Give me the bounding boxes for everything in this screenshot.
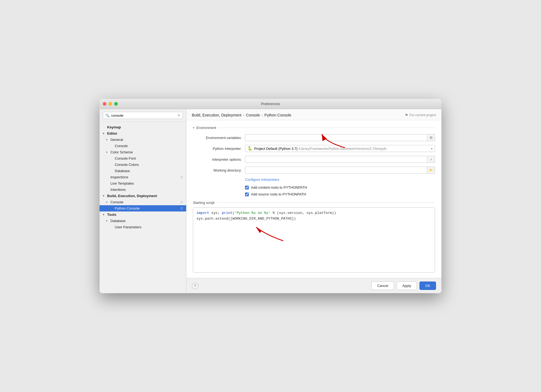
- checkbox-content-roots-label: Add content roots to PYTHONPATH: [251, 185, 307, 189]
- search-input[interactable]: [111, 113, 176, 118]
- script-line-2: sys.path.extend([WORKING_DIR_AND_PYTHON_…: [196, 216, 431, 222]
- cancel-button[interactable]: Cancel: [371, 282, 394, 290]
- interpreter-options-expand-button[interactable]: ⤢: [427, 156, 435, 163]
- no-arrow: [110, 163, 114, 166]
- sidebar-item-console[interactable]: Console: [100, 143, 186, 149]
- starting-script-editor[interactable]: import sys; print('Python %s on %s' % (s…: [193, 207, 435, 273]
- sidebar: 🔍 ✕ Keymap ▾ Editor ▾: [100, 109, 186, 293]
- sidebar-item-color-scheme[interactable]: ▾ Color Scheme: [100, 149, 186, 155]
- sidebar-item-keymap[interactable]: Keymap: [100, 124, 186, 130]
- working-dir-input[interactable]: [245, 167, 427, 174]
- env-vars-label: Environment variables:: [193, 136, 242, 140]
- interpreter-label: Python interpreter:: [193, 147, 242, 151]
- search-bar: 🔍 ✕: [100, 109, 186, 122]
- no-arrow: [106, 176, 109, 179]
- no-arrow: [110, 157, 114, 160]
- search-wrapper: 🔍 ✕: [103, 112, 183, 119]
- help-button[interactable]: ?: [192, 283, 198, 289]
- working-dir-row: Working directory: 📁: [193, 167, 435, 174]
- starting-script-header: Starting script: [193, 201, 435, 205]
- breadcrumb: Build, Execution, Deployment › Console ›…: [192, 113, 291, 117]
- sidebar-item-database-tools[interactable]: ▾ Database: [100, 218, 186, 224]
- sidebar-item-tools[interactable]: ▾ Tools: [100, 211, 186, 218]
- interpreter-control: 🐍 Project Default (Python 3.7) /Library/…: [245, 145, 435, 152]
- no-arrow: [110, 144, 114, 147]
- main-content: 🔍 ✕ Keymap ▾ Editor ▾: [100, 109, 441, 293]
- code-line2: sys.path.extend([WORKING_DIR_AND_PYTHON_…: [196, 217, 296, 221]
- code-import-keyword: import: [196, 211, 209, 215]
- for-project-label: ⚑ For current project: [405, 113, 436, 117]
- no-arrow: [106, 188, 109, 191]
- sidebar-item-console-colors[interactable]: Console Colors: [100, 162, 186, 168]
- interpreter-options-label: Interpreter options:: [193, 157, 242, 162]
- panel-body: ▾ Environment Environment variables: ⊟: [186, 120, 441, 278]
- general-arrow: ▾: [106, 138, 109, 141]
- inspections-copy-icon: ⊡: [180, 175, 183, 179]
- working-dir-control: 📁: [245, 167, 435, 174]
- sidebar-item-general[interactable]: ▾ General: [100, 137, 186, 143]
- interpreter-path: /Library/Frameworks/Python.framework/Ver…: [298, 147, 386, 151]
- editor-arrow: ▾: [103, 132, 106, 135]
- code-format-string: 'Python %s on %s': [234, 211, 270, 215]
- interpreter-options-row: Interpreter options: ⤢: [193, 156, 435, 163]
- red-arrow-script: [251, 225, 289, 244]
- working-dir-browse-button[interactable]: 📁: [427, 167, 435, 174]
- sidebar-item-console-font[interactable]: Console Font: [100, 155, 186, 162]
- interpreter-select[interactable]: 🐍 Project Default (Python 3.7) /Library/…: [245, 145, 435, 152]
- breadcrumb-part-2: Console: [246, 113, 260, 117]
- sidebar-item-user-parameters[interactable]: User Parameters: [100, 224, 186, 230]
- python-icon: 🐍: [247, 146, 253, 151]
- code-line1-end: % (sys.version, sys.platform)): [270, 211, 336, 215]
- checkbox-source-roots-row: Add source roots to PYTHONPATH: [245, 192, 435, 196]
- footer: ? Cancel Apply OK: [186, 278, 441, 293]
- sidebar-item-editor[interactable]: ▾ Editor: [100, 130, 186, 137]
- sidebar-item-database-editor[interactable]: Database: [100, 168, 186, 174]
- minimize-button[interactable]: [109, 102, 112, 106]
- sidebar-item-build-execution[interactable]: ▾ Build, Execution, Deployment: [100, 193, 186, 199]
- configure-interpreters-link[interactable]: Configure Interpreters: [245, 178, 279, 182]
- checkbox-content-roots[interactable]: [245, 186, 249, 189]
- interpreter-name: Project Default (Python 3.7) /Library/Fr…: [254, 147, 429, 151]
- checkbox-content-roots-row: Add content roots to PYTHONPATH: [245, 185, 435, 189]
- search-clear-button[interactable]: ✕: [177, 113, 180, 118]
- code-sys-rest: sys;: [209, 211, 222, 215]
- no-arrow: [110, 226, 114, 229]
- ok-button[interactable]: OK: [419, 282, 436, 290]
- checkbox-source-roots[interactable]: [245, 192, 249, 196]
- footer-left: ?: [192, 283, 198, 289]
- footer-buttons: Cancel Apply OK: [371, 282, 436, 290]
- color-scheme-arrow: ▾: [106, 151, 109, 154]
- breadcrumb-part-3: Python Console: [265, 113, 291, 117]
- sidebar-item-inspections[interactable]: Inspections ⊡: [100, 174, 186, 180]
- starting-script-title: Starting script: [193, 201, 214, 205]
- apply-button[interactable]: Apply: [397, 282, 417, 290]
- interpreter-options-input[interactable]: [245, 156, 427, 163]
- python-console-copy-icon: ⊡: [180, 207, 183, 210]
- code-print-keyword: print: [222, 211, 233, 215]
- sidebar-item-intentions[interactable]: Intentions: [100, 186, 186, 193]
- working-dir-label: Working directory:: [193, 168, 242, 172]
- console-group-arrow: ▾: [106, 201, 109, 204]
- no-arrow: [110, 207, 114, 210]
- breadcrumb-sep-2: ›: [262, 113, 263, 117]
- breadcrumb-sep-1: ›: [243, 113, 244, 117]
- maximize-button[interactable]: [114, 102, 118, 106]
- preferences-window: Preferences 🔍 ✕ Keymap ▾: [100, 99, 441, 293]
- env-section-arrow: ▾: [193, 126, 194, 129]
- section-divider: [218, 128, 435, 128]
- env-vars-control: ⊟: [245, 134, 435, 141]
- environment-section-header: ▾ Environment: [193, 126, 435, 130]
- env-vars-edit-button[interactable]: ⊟: [427, 134, 435, 141]
- environment-title: Environment: [196, 126, 216, 130]
- sidebar-tree: Keymap ▾ Editor ▾ General Console: [100, 122, 186, 293]
- no-arrow: [110, 169, 114, 172]
- sidebar-item-python-console[interactable]: Python Console ⊡: [100, 205, 186, 211]
- script-section-divider: [217, 203, 435, 203]
- tools-arrow: ▾: [103, 213, 106, 216]
- sidebar-item-console-group[interactable]: ▾ Console ⊡: [100, 199, 186, 205]
- titlebar: Preferences: [100, 99, 441, 109]
- sidebar-item-live-templates[interactable]: Live Templates: [100, 180, 186, 186]
- env-vars-input[interactable]: [245, 134, 427, 141]
- env-vars-row: Environment variables: ⊟: [193, 134, 435, 141]
- close-button[interactable]: [103, 102, 106, 106]
